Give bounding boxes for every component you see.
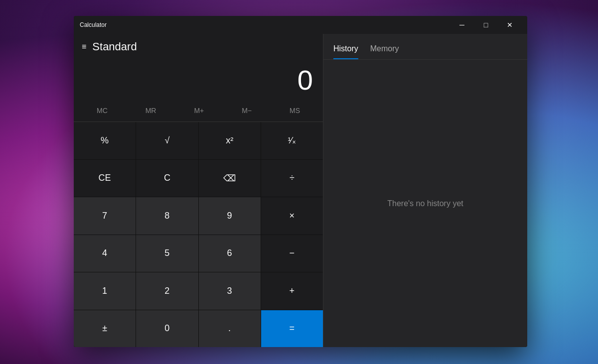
percent-button[interactable]: % (74, 122, 136, 159)
six-button[interactable]: 6 (199, 235, 261, 272)
five-button[interactable]: 5 (136, 235, 198, 272)
decimal-button[interactable]: . (199, 310, 261, 348)
reciprocal-button[interactable]: ¹∕ₓ (261, 122, 323, 159)
two-button[interactable]: 2 (136, 272, 198, 310)
calculator-window: Calculator ─ □ ✕ ≡ Standard 0 MC MR M+ (74, 16, 527, 347)
equals-button[interactable]: = (261, 310, 323, 348)
ce-button[interactable]: CE (74, 160, 136, 197)
nine-button[interactable]: 9 (199, 197, 261, 235)
add-button[interactable]: + (261, 272, 323, 310)
hamburger-icon[interactable]: ≡ (82, 42, 86, 51)
one-button[interactable]: 1 (74, 272, 136, 310)
buttons-grid: % √ x² ¹∕ₓ CE C ⌫ ÷ 7 8 9 × 4 5 6 − 1 2 … (74, 121, 323, 347)
calc-body: ≡ Standard 0 MC MR M+ M− MS % √ x² ¹∕ₓ (74, 34, 527, 347)
close-button[interactable]: ✕ (498, 17, 521, 33)
mplus-button[interactable]: M+ (188, 104, 210, 118)
sqrt-button[interactable]: √ (136, 122, 198, 159)
backspace-button[interactable]: ⌫ (199, 160, 261, 197)
eight-button[interactable]: 8 (136, 197, 198, 235)
tab-history[interactable]: History (333, 44, 358, 59)
ms-button[interactable]: MS (284, 104, 306, 118)
tab-memory[interactable]: Memory (370, 44, 399, 59)
titlebar: Calculator ─ □ ✕ (74, 16, 527, 34)
right-content: There's no history yet (323, 60, 527, 347)
no-history-text: There's no history yet (387, 199, 463, 208)
multiply-button[interactable]: × (261, 197, 323, 235)
calc-header: ≡ Standard (74, 34, 323, 60)
window-title: Calculator (80, 21, 107, 28)
right-tabs: History Memory (323, 34, 527, 60)
mminus-button[interactable]: M− (236, 104, 258, 118)
mr-button[interactable]: MR (140, 104, 162, 118)
plusminus-button[interactable]: ± (74, 310, 136, 348)
c-button[interactable]: C (136, 160, 198, 197)
memory-row: MC MR M+ M− MS (74, 100, 323, 121)
maximize-button[interactable]: □ (474, 17, 497, 33)
mc-button[interactable]: MC (91, 104, 114, 118)
calc-right: History Memory There's no history yet (323, 34, 527, 347)
seven-button[interactable]: 7 (74, 197, 136, 235)
titlebar-left: Calculator (80, 21, 107, 28)
divide-button[interactable]: ÷ (261, 160, 323, 197)
display-value: 0 (298, 64, 313, 96)
minimize-button[interactable]: ─ (450, 17, 473, 33)
display-area: 0 (74, 60, 323, 100)
zero-button[interactable]: 0 (136, 310, 198, 348)
calc-left: ≡ Standard 0 MC MR M+ M− MS % √ x² ¹∕ₓ (74, 34, 323, 347)
four-button[interactable]: 4 (74, 235, 136, 272)
titlebar-controls: ─ □ ✕ (450, 17, 521, 33)
calc-mode-label: Standard (92, 40, 137, 53)
subtract-button[interactable]: − (261, 235, 323, 272)
square-button[interactable]: x² (199, 122, 261, 159)
three-button[interactable]: 3 (199, 272, 261, 310)
